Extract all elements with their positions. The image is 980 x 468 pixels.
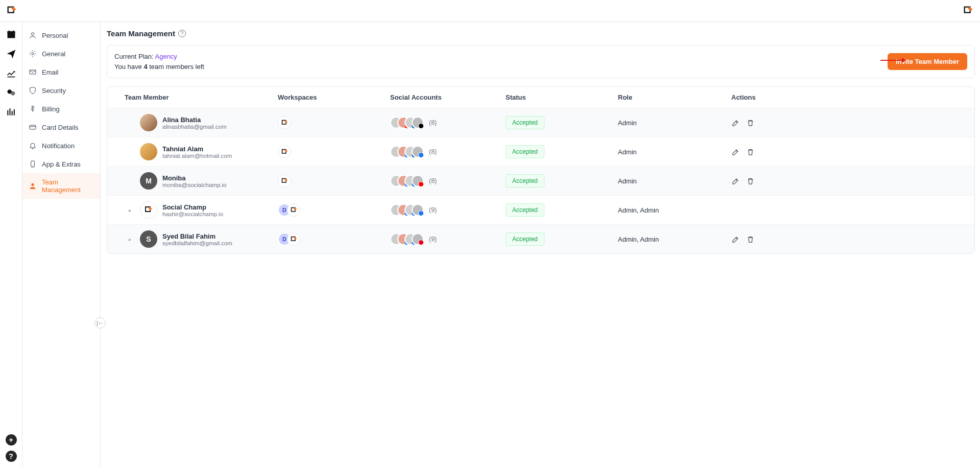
social-count: (8) [429,177,437,184]
member-name: Syed Bilal Fahim [162,232,232,240]
avatar: S [140,230,157,248]
social-count: (9) [429,206,437,214]
status-badge: Accepted [506,116,544,129]
role-text: Admin [618,177,731,185]
sidebar-item-email[interactable]: Email [22,63,100,81]
social-account-icon [412,116,424,129]
remaining-prefix: You have [114,63,142,71]
sidebar-item-label: Personal [42,32,68,39]
publish-icon[interactable] [6,49,16,59]
member-email: hashir@socialchamp.io [162,211,223,217]
status-badge: Accepted [506,203,544,217]
sidebar-item-app-extras[interactable]: App & Extras [22,155,100,173]
edit-button[interactable] [731,177,740,185]
gear-icon [29,50,37,58]
th-member: Team Member [114,93,278,101]
shield-icon [29,86,37,95]
analytics-icon[interactable] [6,68,16,78]
help-button[interactable]: ? [6,451,17,462]
bulk-icon[interactable] [6,107,16,117]
sidebar-item-label: Notification [42,142,75,150]
avatar [140,143,157,160]
delete-button[interactable] [746,119,755,127]
sidebar-item-general[interactable]: General [22,44,100,63]
delete-button[interactable] [746,177,755,185]
social-badge-fb [418,152,424,158]
avatar: M [140,172,157,190]
delete-button[interactable] [746,235,755,244]
social-account-icon [412,146,424,158]
table-row: MMonibamoniba@socialchamp.io(8)AcceptedA… [107,166,974,195]
sidebar-item-notification[interactable]: Notification [22,136,100,155]
dollar-icon [29,105,37,113]
calendar-icon[interactable] [6,29,16,39]
sidebar-item-label: Email [42,68,59,76]
help-icon[interactable]: ? [178,30,186,37]
remaining-suffix: team members left [149,63,204,71]
social-badge-tt [418,123,424,129]
social-count: (9) [429,236,437,243]
add-button[interactable]: + [6,434,17,446]
brand-logo-right[interactable] [963,5,974,16]
status-badge: Accepted [506,174,544,188]
collapse-sidebar-button[interactable]: |← [94,317,106,329]
sidebar-item-label: Card Details [42,124,79,131]
brand-logo[interactable] [6,5,17,16]
workspace-icon [278,174,291,188]
social-account-icon [412,204,424,216]
edit-button[interactable] [731,235,740,244]
member-name: Social Champ [162,203,223,211]
bell-icon [29,142,37,150]
sidebar-item-label: App & Extras [42,160,81,168]
plan-link[interactable]: Agency [155,53,177,60]
sidebar-item-personal[interactable]: Personal [22,26,100,44]
sidebar-item-label: Billing [42,105,60,113]
sidebar-item-team-management[interactable]: Team Management [22,173,100,199]
member-email: tahniat.alam@hotmail.com [162,153,232,159]
avatar [140,201,157,219]
sidebar-item-security[interactable]: Security [22,81,100,100]
plan-banner: Current Plan: Agency You have 4 team mem… [107,45,975,78]
annotation-arrow [880,57,906,64]
status-badge: Accepted [506,145,544,158]
workspace-icon [278,116,291,129]
workspace-icon [287,203,300,217]
sidebar-item-card-details[interactable]: Card Details [22,118,100,136]
status-badge: Accepted [506,232,544,246]
sidebar-item-label: Team Management [42,178,94,194]
edit-button[interactable] [731,148,740,156]
member-email: moniba@socialchamp.io [162,182,226,188]
member-name: Alina Bhatia [162,116,226,124]
table-row: ▸SSyed Bilal Fahimsyedbilalfahim@gmail.c… [107,224,974,253]
th-actions: Actions [731,93,967,101]
remaining-count: 4 [144,63,147,71]
sidebar: PersonalGeneralEmailSecurityBillingCard … [22,22,101,468]
engage-icon[interactable] [6,87,16,98]
mail-icon [29,68,37,76]
table-row: Alina Bhatiaalinasbhatia@gmail.com(8)Acc… [107,108,974,137]
plan-label: Current Plan: [114,53,154,60]
role-text: Admin, Admin [618,206,731,214]
role-text: Admin, Admin [618,236,731,243]
social-count: (8) [429,148,437,155]
delete-button[interactable] [746,148,755,156]
social-badge-yt [418,181,424,187]
sidebar-item-label: Security [42,87,66,95]
team-icon [29,182,37,190]
expand-row-caret[interactable]: ▸ [125,237,135,242]
th-role: Role [618,93,731,101]
th-social: Social Accounts [390,93,506,101]
nav-rail: + ? [0,22,22,468]
th-status: Status [506,93,618,101]
member-name: Moniba [162,174,226,182]
sidebar-item-billing[interactable]: Billing [22,100,100,118]
workspace-icon [287,232,300,246]
user-icon [29,31,37,39]
expand-row-caret[interactable]: ▸ [125,207,135,213]
member-name: Tahniat Alam [162,145,232,153]
sidebar-item-label: General [42,50,65,58]
social-badge-fb [418,210,424,216]
edit-button[interactable] [731,119,740,127]
social-badge-pi [418,240,424,245]
mobile-icon [29,160,37,168]
